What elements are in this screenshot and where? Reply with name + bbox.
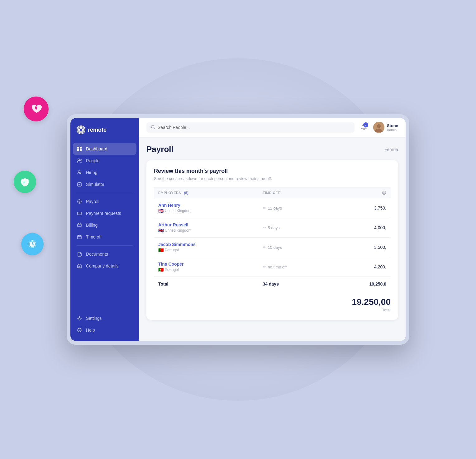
payment-requests-icon [77,211,82,216]
help-icon: ? [77,327,82,333]
time-off-cell-3: ✏ no time off [259,257,332,277]
sidebar-item-documents[interactable]: Documents [70,248,139,260]
logo-icon [77,125,85,134]
sidebar-item-settings[interactable]: Settings [70,312,139,324]
notifications-button[interactable]: 2 [358,122,369,133]
sidebar-billing-label: Billing [86,223,98,228]
sidebar-bottom: Settings ? Help [70,307,139,341]
grand-total-label: Total [154,308,391,312]
svg-rect-24 [78,235,81,239]
amount-cell-3: 4,200, [332,257,391,277]
svg-point-5 [78,127,84,133]
sidebar-payment-requests-label: Payment requests [86,211,121,216]
employee-name-0[interactable]: Ann Henry [158,203,254,208]
flag-2: 🇵🇹 [158,248,164,253]
hiring-icon [77,170,82,175]
time-off-cell-0: ✏ 12 days [259,198,332,218]
sidebar-item-payment-requests[interactable]: Payment requests [70,207,139,219]
clock-icon [21,233,44,255]
employee-name-3[interactable]: Tina Cooper [158,262,254,267]
user-name: Stone [387,123,398,128]
sidebar-item-payroll[interactable]: $ Payroll [70,196,139,207]
svg-point-13 [80,159,81,160]
employee-cell-0: Ann Henry 🇬🇧 United Kingdom [154,198,259,218]
svg-text:+: + [22,179,25,185]
payroll-card: Review this month's payroll See the cost… [146,160,398,320]
search-icon [151,125,155,130]
employee-name-2[interactable]: Jacob Simmmons [158,242,254,247]
amount-cell-2: 3,500, [332,238,391,257]
sidebar-item-company-details[interactable]: Company details [70,260,139,272]
total-label: Total [154,277,259,291]
app-header: 2 Stone Admin [139,118,406,137]
sidebar-item-time-off[interactable]: Time off [70,231,139,243]
pencil-icon-1: ✏ [263,225,266,230]
device-frame: remote Dashboard [67,114,409,345]
sidebar-item-hiring[interactable]: Hiring [70,167,139,178]
svg-rect-21 [78,212,81,215]
sidebar-documents-label: Documents [86,252,108,257]
svg-line-33 [154,128,155,129]
sidebar-item-dashboard[interactable]: Dashboard [73,143,136,155]
shield-icon: + [14,171,36,193]
search-input[interactable] [158,125,350,130]
time-off-column-header: TIME OFF [259,187,332,198]
sidebar-dashboard-label: Dashboard [86,146,107,151]
employees-column-header: EMPLOYEES (5) [154,187,259,198]
simulator-icon [77,182,82,187]
sidebar-item-billing[interactable]: Billing [70,219,139,231]
people-icon [77,158,82,163]
user-avatar[interactable]: Stone Admin [373,122,398,133]
user-info: Stone Admin [387,123,398,132]
svg-point-35 [377,124,381,128]
svg-point-29 [79,318,80,319]
svg-text:€: € [383,192,385,195]
card-title: Review this month's payroll [154,168,391,174]
card-subtitle: See the cost breakdown for each person a… [154,176,391,181]
main-content: 2 Stone Admin [139,118,406,341]
amount-cell-0: 3,750, [332,198,391,218]
payroll-icon: $ [77,199,82,204]
sidebar-item-help[interactable]: ? Help [70,324,139,336]
table-row: Jacob Simmmons 🇵🇹 Portugal ✏ [154,238,391,257]
table-row: Tina Cooper 🇵🇹 Portugal ✏ n [154,257,391,277]
table-header: EMPLOYEES (5) TIME OFF € [154,187,391,198]
flag-0: 🇬🇧 [158,208,164,213]
employee-cell-1: Arthur Russell 🇬🇧 United Kingdom [154,218,259,238]
svg-rect-8 [77,147,79,149]
page-title: Payroll [146,144,174,154]
table-row: Ann Henry 🇬🇧 United Kingdom ✏ [154,198,391,218]
search-bar[interactable] [146,122,355,133]
table-body: Ann Henry 🇬🇧 United Kingdom ✏ [154,198,391,291]
employee-name-1[interactable]: Arthur Russell [158,222,254,227]
device-screen: remote Dashboard [70,118,406,341]
nav-divider [77,193,133,193]
amount-column-header: € [332,187,391,198]
pencil-icon: ✏ [263,206,266,210]
pencil-icon-2: ✏ [263,245,266,249]
svg-text:?: ? [79,329,81,332]
employee-country-2: 🇵🇹 Portugal [158,248,254,253]
payroll-table: EMPLOYEES (5) TIME OFF € [154,187,391,291]
sidebar-hiring-label: Hiring [86,170,98,175]
app-logo: remote [70,118,139,140]
heart-icon [24,97,49,121]
svg-rect-11 [80,149,82,151]
page-content: Payroll Februa Review this month's payro… [139,137,406,341]
sidebar-time-off-label: Time off [86,234,102,239]
employee-country-3: 🇵🇹 Portugal [158,267,254,272]
sidebar-people-label: People [86,158,100,163]
sidebar-item-simulator[interactable]: Simulator [70,178,139,190]
time-off-cell-1: ✏ 5 days [259,218,332,238]
nav-divider-2 [77,245,133,246]
sidebar-item-people[interactable]: People [70,155,139,167]
flag-1: 🇬🇧 [158,228,164,233]
svg-rect-9 [80,147,82,149]
sidebar: remote Dashboard [70,118,139,341]
user-role: Admin [387,128,398,132]
employees-count: (5) [184,191,189,195]
employee-country-1: 🇬🇧 United Kingdom [158,228,254,233]
svg-point-6 [79,128,83,131]
dashboard-icon [77,146,82,152]
svg-rect-23 [78,224,81,227]
